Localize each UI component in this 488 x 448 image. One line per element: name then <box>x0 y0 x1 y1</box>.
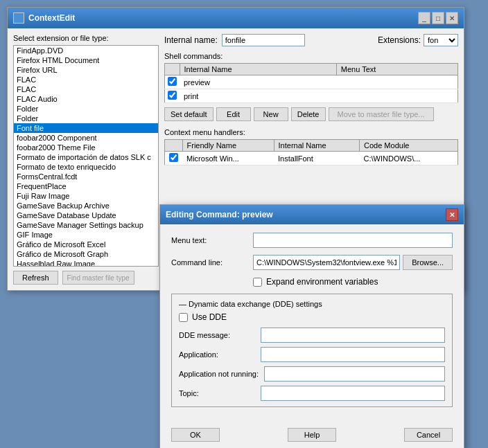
handler-code-module: C:\WINDOWS\... <box>360 152 458 165</box>
maximize-button[interactable]: □ <box>432 12 444 24</box>
dde-group: — Dynamic data exchange (DDE) settings U… <box>171 294 453 407</box>
shell-col-check <box>165 64 180 75</box>
internal-name-input[interactable] <box>222 34 305 46</box>
list-item[interactable]: GameSave Database Update <box>14 210 158 220</box>
internal-name-label: Internal name: <box>164 35 218 45</box>
list-item[interactable]: FLAC <box>14 75 158 84</box>
list-item[interactable]: Formato de importación de datos SLK c <box>14 152 158 162</box>
new-button[interactable]: New <box>254 107 288 121</box>
use-dde-checkbox[interactable] <box>179 313 188 322</box>
application-label: Application: <box>179 350 255 359</box>
ok-button[interactable]: OK <box>171 428 220 442</box>
title-bar: ContextEdit _ □ ✕ <box>8 8 464 28</box>
handler-row-check <box>165 152 183 165</box>
internal-name-row: Internal name: <box>164 34 305 46</box>
minimize-button[interactable]: _ <box>418 12 430 24</box>
expand-env-row: Expand environment variables <box>253 277 453 287</box>
application-input[interactable] <box>261 347 445 362</box>
list-item[interactable]: Firefox URL <box>14 65 158 75</box>
edit-button[interactable]: Edit <box>216 107 251 121</box>
app-not-running-input[interactable] <box>264 366 445 382</box>
list-item[interactable]: FormsCentral.fcdt <box>14 172 158 181</box>
shell-menu-text <box>336 89 458 103</box>
dialog-title-text: Editing Command: preview <box>166 210 273 219</box>
handler-friendly-name: Microsoft Win... <box>182 152 274 165</box>
browse-button[interactable]: Browse... <box>403 255 453 270</box>
list-item[interactable]: foobar2000 Component <box>14 133 158 143</box>
list-item[interactable]: foobar2000 Theme File <box>14 143 158 152</box>
window-title: ContextEdit <box>28 13 75 23</box>
dialog-close-button[interactable]: ✕ <box>446 208 458 221</box>
list-item[interactable]: Font file <box>14 123 158 133</box>
title-bar-left: ContextEdit <box>13 12 75 24</box>
use-dde-row: Use DDE <box>179 312 445 322</box>
list-item[interactable]: FrequentPlace <box>14 181 158 191</box>
handlers-col-check <box>165 140 183 152</box>
table-row: Microsoft Win... InstallFont C:\WINDOWS\… <box>165 152 458 165</box>
extensions-label: Extensions: <box>378 35 421 45</box>
list-item[interactable]: Gráfico de Microsoft Graph <box>14 249 158 259</box>
list-item[interactable]: GIF Image <box>14 230 158 240</box>
refresh-button[interactable]: Refresh <box>13 271 58 285</box>
expand-env-label: Expand environment variables <box>266 277 378 287</box>
shell-row-check <box>165 75 180 89</box>
file-list-label: Select extension or file type: <box>13 34 159 42</box>
cancel-button[interactable]: Cancel <box>404 428 453 442</box>
file-list[interactable]: FindApp.DVDFirefox HTML DocumentFirefox … <box>13 45 159 267</box>
dialog-title-bar: Editing Command: preview ✕ <box>160 205 464 224</box>
list-item[interactable]: FLAC <box>14 84 158 94</box>
handler-checkbox[interactable] <box>169 153 178 162</box>
shell-checkbox[interactable] <box>168 77 177 86</box>
handlers-section: Context menu handlers: Friendly Name Int… <box>164 128 458 165</box>
context-menu-label: Context menu handlers: <box>164 128 458 136</box>
title-bar-controls: _ □ ✕ <box>418 12 458 24</box>
list-item[interactable]: Gráfico de Microsoft Excel <box>14 240 158 249</box>
topic-row: Topic: <box>179 386 445 401</box>
extensions-row: Extensions: fon <box>378 34 458 46</box>
handlers-col-friendly: Friendly Name <box>182 140 274 152</box>
extensions-select[interactable]: fon <box>424 34 458 46</box>
set-default-button[interactable]: Set default <box>164 107 214 121</box>
list-item[interactable]: FLAC Audio <box>14 94 158 104</box>
shell-commands-section: Shell commands: Internal Name Menu Text … <box>164 52 458 103</box>
menu-text-row: Menu text: <box>171 233 453 248</box>
expand-env-checkbox[interactable] <box>253 278 262 287</box>
command-line-input-group: Browse... <box>253 255 453 270</box>
shell-table: Internal Name Menu Text preview print <box>164 63 458 103</box>
list-item[interactable]: Hasselblad Raw Image <box>14 259 158 267</box>
list-item[interactable]: FindApp.DVD <box>14 46 158 55</box>
delete-button[interactable]: Delete <box>291 107 326 121</box>
app-not-running-label: Application not running: <box>179 370 259 378</box>
shell-internal-name: print <box>180 89 336 103</box>
handlers-col-code: Code Module <box>360 140 458 152</box>
topic-input[interactable] <box>261 386 445 401</box>
list-item[interactable]: GameSave Backup Archive <box>14 201 158 210</box>
left-panel: Select extension or file type: FindApp.D… <box>13 34 159 285</box>
shell-col-internal: Internal Name <box>180 64 336 75</box>
list-item[interactable]: Folder <box>14 114 158 123</box>
close-button[interactable]: ✕ <box>446 12 458 24</box>
shell-row-check <box>165 89 180 103</box>
handler-internal-name: InstallFont <box>274 152 359 165</box>
use-dde-label: Use DDE <box>192 312 227 322</box>
list-item[interactable]: Formato de texto enriquecido <box>14 162 158 172</box>
shell-checkbox[interactable] <box>168 91 177 100</box>
table-row: print <box>165 89 458 103</box>
action-buttons: Set default Edit New Delete Move to mast… <box>164 107 458 121</box>
move-to-master-button[interactable]: Move to master file type... <box>329 107 434 121</box>
list-item[interactable]: Firefox HTML Document <box>14 55 158 65</box>
find-master-button[interactable]: Find master file type <box>62 271 134 285</box>
list-item[interactable]: Fuji Raw Image <box>14 191 158 201</box>
list-item[interactable]: Folder <box>14 104 158 114</box>
help-button[interactable]: Help <box>288 428 336 442</box>
dialog-body: Menu text: Command line: Browse... Expan… <box>160 224 464 422</box>
dde-message-input[interactable] <box>261 328 445 343</box>
handlers-col-internal: Internal Name <box>274 140 359 152</box>
command-line-row: Command line: Browse... <box>171 255 453 270</box>
dde-message-label: DDE message: <box>179 331 255 339</box>
dde-message-row: DDE message: <box>179 328 445 343</box>
menu-text-input[interactable] <box>253 233 453 248</box>
shell-commands-label: Shell commands: <box>164 52 458 60</box>
list-item[interactable]: GameSave Manager Settings backup <box>14 220 158 230</box>
command-line-input[interactable] <box>253 255 400 270</box>
